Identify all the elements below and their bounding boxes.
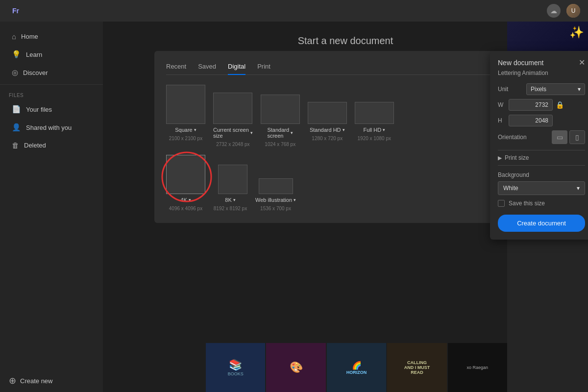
right-panel: New document ✕ Lettering Animation Unit … xyxy=(490,51,588,240)
template-label-8k: 8K ▾ xyxy=(225,197,235,203)
orientation-row: Orientation ▭ ▯ xyxy=(498,130,585,144)
doc-name: Lettering Animation xyxy=(498,70,585,76)
unit-row: Unit Pixels ▾ xyxy=(498,83,585,95)
orientation-portrait-button[interactable]: ▭ xyxy=(552,130,567,144)
close-button[interactable]: ✕ xyxy=(579,59,585,67)
sidebar-divider xyxy=(0,84,103,85)
content-area: Start a new document 📚 BOOKS 🎨 🌈 HORIZON… xyxy=(103,22,588,392)
sidebar-item-discover[interactable]: ◎ Discover xyxy=(3,64,100,81)
print-size-label: Print size xyxy=(505,154,529,161)
template-thumb-standard-hd xyxy=(308,102,347,124)
sidebar-item-learn[interactable]: 💡 Learn xyxy=(3,46,100,63)
create-document-button[interactable]: Create document xyxy=(498,215,585,232)
tab-print[interactable]: Print xyxy=(257,63,270,75)
template-thumb-current-screen xyxy=(213,93,252,124)
template-label-standard-hd: Standard HD ▾ xyxy=(310,127,345,133)
modal-backdrop: Recent Saved Digital Print Square ▾ 2100… xyxy=(103,22,588,392)
background-chevron-icon: ▾ xyxy=(577,185,580,192)
template-standard-screen[interactable]: Standardscreen ▾ 1024 x 768 px xyxy=(261,85,300,147)
template-grid: Square ▾ 2100 x 2100 px Current screensi… xyxy=(166,85,525,147)
background-label: Background xyxy=(498,172,585,178)
height-row: H xyxy=(498,115,585,126)
sidebar-label-home: Home xyxy=(21,33,38,40)
right-panel-header: New document ✕ xyxy=(498,59,585,67)
orientation-landscape-button[interactable]: ▯ xyxy=(569,130,585,144)
new-doc-panel: Recent Saved Digital Print Square ▾ 2100… xyxy=(154,51,537,223)
template-sublabel-4k: 4096 x 4096 px xyxy=(169,206,202,211)
template-sublabel-standard-hd: 1280 x 720 px xyxy=(312,136,343,141)
sidebar-label-your-files: Your files xyxy=(26,106,52,113)
template-standard-hd[interactable]: Standard HD ▾ 1280 x 720 px xyxy=(308,85,347,147)
unit-value: Pixels xyxy=(531,86,546,93)
template-full-hd[interactable]: Full HD ▾ 1920 x 1080 px xyxy=(355,85,394,147)
save-size-checkbox[interactable] xyxy=(498,200,505,207)
background-value: White xyxy=(503,185,518,192)
h-label: H xyxy=(498,117,506,124)
unit-select[interactable]: Pixels ▾ xyxy=(526,83,585,95)
template-sublabel-current-screen: 2732 x 2048 px xyxy=(216,142,249,147)
template-sublabel-full-hd: 1920 x 1080 px xyxy=(358,136,391,141)
sidebar-label-deleted: Deleted xyxy=(24,142,46,149)
tab-digital[interactable]: Digital xyxy=(228,63,245,75)
template-label-full-hd: Full HD ▾ xyxy=(363,127,385,133)
background-select[interactable]: White ▾ xyxy=(498,181,585,195)
template-label-square: Square ▾ xyxy=(175,127,196,133)
avatar[interactable]: U xyxy=(566,4,580,18)
sidebar-item-home[interactable]: ⌂ Home xyxy=(3,28,100,45)
sidebar-item-shared[interactable]: 👤 Shared with you xyxy=(3,119,100,136)
orientation-label: Orientation xyxy=(498,134,527,141)
tab-saved[interactable]: Saved xyxy=(198,63,216,75)
template-label-4k: 4K ▾ xyxy=(180,197,191,203)
template-current-screen[interactable]: Current screensize ▾ 2732 x 2048 px xyxy=(213,85,253,147)
learn-icon: 💡 xyxy=(12,50,21,59)
template-thumb-web-illustration xyxy=(259,178,293,194)
unit-label: Unit xyxy=(498,86,508,93)
background-section: Background White ▾ xyxy=(498,172,585,195)
template-label-web-illustration: Web illustration ▾ xyxy=(255,197,296,203)
h-input[interactable] xyxy=(509,115,553,126)
template-square[interactable]: Square ▾ 2100 x 2100 px xyxy=(166,85,205,147)
template-thumb-full-hd xyxy=(355,102,394,124)
lock-icon[interactable]: 🔒 xyxy=(556,101,564,109)
tab-recent[interactable]: Recent xyxy=(166,63,186,75)
template-4k[interactable]: 4K ▾ 4096 x 4096 px xyxy=(166,155,205,211)
save-size-label: Save this size xyxy=(509,200,545,207)
shared-icon: 👤 xyxy=(12,123,21,132)
print-size-row[interactable]: ▶ Print size xyxy=(498,150,585,166)
sidebar-label-shared: Shared with you xyxy=(26,124,72,131)
sidebar-section-files: FILES xyxy=(0,88,103,100)
template-grid-row2: 4K ▾ 4096 x 4096 px 8K ▾ 8192 x 8192 px xyxy=(166,155,525,211)
save-size-row: Save this size xyxy=(498,200,585,207)
template-web-illustration[interactable]: Web illustration ▾ 1536 x 700 px xyxy=(255,155,296,211)
width-row: W 🔒 xyxy=(498,99,585,111)
topbar-right: ☁ U xyxy=(547,4,580,18)
sidebar-item-deleted[interactable]: 🗑 Deleted xyxy=(3,137,100,154)
deleted-icon: 🗑 xyxy=(12,141,19,149)
right-panel-title: New document xyxy=(498,59,543,67)
cloud-icon[interactable]: ☁ xyxy=(547,4,561,18)
template-label-standard-screen: Standardscreen ▾ xyxy=(267,127,293,139)
topbar: Fr ☁ U xyxy=(0,0,588,22)
template-thumb-8k xyxy=(218,165,247,194)
your-files-icon: 📄 xyxy=(12,105,21,114)
sidebar-label-discover: Discover xyxy=(23,69,48,76)
tabs-row: Recent Saved Digital Print xyxy=(166,63,525,75)
main-layout: ⌂ Home 💡 Learn ◎ Discover FILES 📄 Your f… xyxy=(0,22,588,392)
template-sublabel-8k: 8192 x 8192 px xyxy=(214,206,247,211)
sidebar-label-learn: Learn xyxy=(26,51,42,58)
create-new-button[interactable]: ⊕ Create new xyxy=(9,375,94,386)
template-sublabel-standard-screen: 1024 x 768 px xyxy=(265,142,295,147)
template-8k[interactable]: 8K ▾ 8192 x 8192 px xyxy=(213,155,247,211)
create-new-plus-icon: ⊕ xyxy=(9,375,16,386)
template-sublabel-square: 2100 x 2100 px xyxy=(169,136,202,141)
w-label: W xyxy=(498,101,506,108)
sidebar: ⌂ Home 💡 Learn ◎ Discover FILES 📄 Your f… xyxy=(0,22,103,392)
template-thumb-standard-screen xyxy=(261,95,300,124)
unit-chevron-icon: ▾ xyxy=(578,86,581,93)
create-new-label: Create new xyxy=(20,377,52,385)
template-sublabel-web-illustration: 1536 x 700 px xyxy=(260,206,291,211)
template-label-current-screen: Current screensize ▾ xyxy=(213,127,253,139)
w-input[interactable] xyxy=(509,99,553,111)
topbar-left: Fr xyxy=(8,3,24,19)
sidebar-item-your-files[interactable]: 📄 Your files xyxy=(3,100,100,118)
